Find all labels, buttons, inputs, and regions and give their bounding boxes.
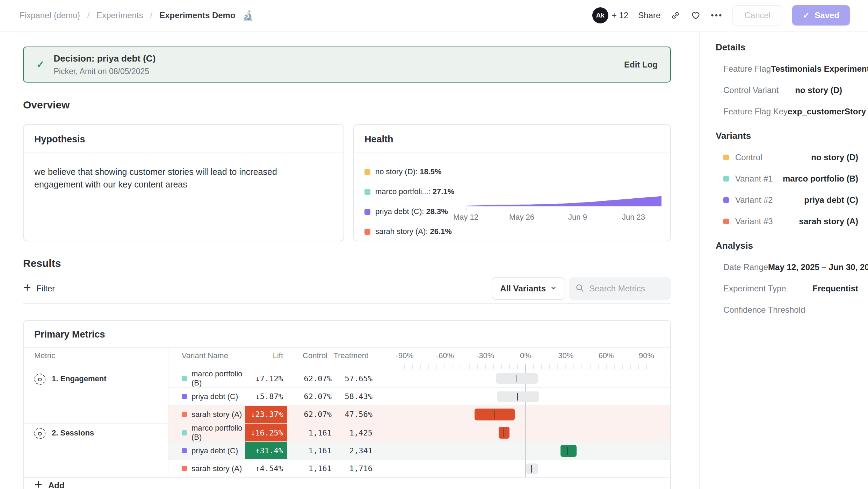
microscope-emoji-icon: 🔬: [243, 10, 254, 21]
hypothesis-card: Hypothesis we believe that showing custo…: [23, 124, 344, 241]
legend-item: no story (D): 18.5%: [364, 167, 466, 176]
metric-block: O1. Engagementmarco portfolio (B)↓7.12%6…: [24, 369, 670, 423]
variant-value: marco portfolio (B): [773, 174, 858, 184]
health-area-chart: May 12May 26Jun 9Jun 23: [466, 162, 661, 236]
ci-minor-tick: [493, 364, 494, 369]
ci-minor-tick: [541, 364, 542, 369]
metric-rows: marco portfolio (B)↓16.25%1,1611,425priy…: [168, 424, 670, 477]
x-axis-tick: [522, 208, 522, 211]
ci-minor-tick: [485, 364, 486, 369]
ci-axis-label: 0%: [520, 351, 531, 360]
main-content: ✓ Decision: priya debt (C) Picker, Amit …: [0, 31, 699, 489]
search-icon: [575, 283, 584, 294]
treatment-cell: 57.65%: [332, 369, 372, 388]
variant-name-cell: priya debt (C): [168, 442, 245, 459]
overview-heading: Overview: [23, 99, 671, 111]
more-options-icon[interactable]: •••: [711, 10, 723, 20]
decision-banner: ✓ Decision: priya debt (C) Picker, Amit …: [23, 47, 671, 83]
breadcrumb-separator: /: [87, 10, 89, 20]
ci-minor-tick: [461, 364, 461, 369]
variant-value: priya debt (C): [773, 195, 858, 205]
table-row: priya debt (C)↓5.87%62.07%58.43%: [168, 387, 670, 405]
ci-minor-tick: [638, 364, 639, 369]
all-variants-dropdown[interactable]: All Variants: [492, 277, 565, 300]
top-bar-actions: Ak + 12 Share ••• Cancel ✓ Saved: [592, 5, 850, 26]
variant-label: Control: [735, 153, 762, 162]
ci-minor-tick: [444, 364, 445, 369]
ci-minor-tick: [412, 364, 413, 369]
x-axis-tick: [466, 208, 466, 211]
ci-minor-tick: [469, 364, 470, 369]
ci-minor-tick: [622, 364, 623, 369]
avatar[interactable]: Ak: [592, 7, 608, 23]
saved-check-icon: ✓: [803, 10, 810, 20]
primary-metrics-card: Primary Metrics Metric Variant Name Lift…: [23, 320, 671, 489]
legend-swatch: [364, 169, 370, 175]
stacked-area-chart: [466, 165, 661, 206]
edit-log-button[interactable]: Edit Log: [624, 60, 658, 70]
table-row: marco portfolio (B)↓16.25%1,1611,425: [168, 424, 670, 441]
variant-name-cell: marco portfolio (B): [168, 424, 245, 442]
variant-name-cell: sarah story (A): [168, 460, 245, 477]
decision-byline: Picker, Amit on 08/05/2025: [53, 67, 624, 76]
variant-color-dot: [723, 197, 729, 203]
legend-value: 18.5%: [420, 167, 441, 176]
legend-swatch: [364, 229, 370, 235]
control-cell: 62.07%: [287, 369, 332, 388]
analysis-section-title: Analysis: [716, 240, 858, 251]
variant-row: Variant #3sarah story (A): [723, 217, 858, 226]
variant-color-dot: [182, 394, 187, 399]
variant-value: sarah story (A): [773, 217, 858, 226]
collaborator-count[interactable]: + 12: [612, 10, 628, 20]
variant-color-dot: [182, 448, 187, 453]
collaborators[interactable]: Ak + 12: [592, 7, 628, 23]
legend-value: 28.3%: [426, 207, 448, 216]
ci-mean-tick: [494, 410, 494, 419]
confidence-interval-cell: [372, 369, 670, 388]
search-metrics-box[interactable]: [569, 277, 671, 300]
metric-block: O2. Sessionsmarco portfolio (B)↓16.25%1,…: [24, 423, 670, 477]
variant-color-dot: [182, 412, 187, 417]
search-metrics-input[interactable]: [589, 284, 665, 293]
hypothesis-body: we believe that showing customer stories…: [24, 153, 331, 203]
treatment-cell: 47.56%: [332, 406, 372, 423]
ci-minor-tick: [533, 364, 534, 369]
cancel-button[interactable]: Cancel: [732, 5, 782, 26]
variant-name: priya debt (C): [191, 446, 238, 455]
app-window: Fixpanel {demo} / Experiments / Experime…: [0, 0, 868, 489]
copy-icon[interactable]: [866, 107, 868, 116]
x-axis-label: Jun 9: [568, 213, 587, 222]
confidence-interval-bar: [526, 463, 538, 474]
confidence-interval-bar: [497, 391, 539, 402]
ci-minor-tick: [590, 364, 591, 369]
confidence-interval-cell: [372, 442, 670, 459]
breadcrumb-experiments[interactable]: Experiments: [96, 10, 143, 20]
legend-value: 26.1%: [430, 227, 451, 236]
health-card: Health no story (D): 18.5%marco portfoli…: [353, 124, 671, 241]
decision-check-icon: ✓: [36, 59, 44, 70]
copy-link-icon[interactable]: [670, 10, 681, 21]
add-metric-button[interactable]: Add: [24, 477, 670, 489]
variant-color-dot: [182, 466, 187, 471]
detail-value[interactable]: Testimonials Experiment: [771, 64, 868, 74]
share-button[interactable]: Share: [638, 10, 660, 20]
metric-cell: O2. Sessions: [24, 424, 168, 477]
analysis-label: Experiment Type: [723, 284, 786, 293]
favorite-heart-icon[interactable]: [690, 10, 701, 21]
variant-label: Variant #1: [735, 174, 773, 184]
detail-row: Feature FlagTestimonials Experiment: [723, 64, 858, 74]
ci-mean-tick: [567, 447, 568, 455]
saved-button[interactable]: ✓ Saved: [792, 5, 850, 26]
details-sidebar: Details Feature FlagTestimonials Experim…: [699, 31, 868, 489]
add-filter-button[interactable]: Filter: [23, 283, 55, 294]
ci-minor-tick: [581, 364, 582, 369]
primary-metrics-title: Primary Metrics: [24, 321, 670, 348]
metric-goal-icon: O: [34, 428, 45, 439]
detail-row: Control Variantno story (D): [723, 85, 858, 95]
ci-axis-label: -90%: [396, 351, 413, 360]
ci-minor-tick: [598, 364, 599, 369]
breadcrumb-project[interactable]: Fixpanel {demo}: [20, 10, 80, 20]
detail-value: exp_customerStory: [788, 107, 866, 116]
details-section-title: Details: [716, 42, 858, 53]
analysis-row: Experiment TypeFrequentist: [723, 284, 858, 293]
